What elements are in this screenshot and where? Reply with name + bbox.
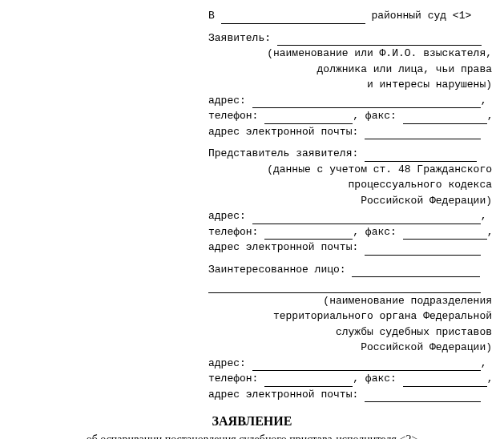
applicant-label: Заявитель: xyxy=(208,32,271,44)
applicant-email-blank[interactable] xyxy=(365,128,481,139)
applicant-phone-line: телефон: , факс: , xyxy=(208,108,492,124)
applicant-note-1: (наименование или Ф.И.О. взыскателя, xyxy=(208,46,492,62)
court-line: В районный суд <1> xyxy=(208,8,492,24)
interested-fax-blank[interactable] xyxy=(403,376,487,387)
interested-address-label: адрес: xyxy=(208,357,246,369)
applicant-address-label: адрес: xyxy=(208,95,246,107)
representative-email-line: адрес электронной почты: xyxy=(208,240,492,256)
representative-address-blank[interactable] xyxy=(252,213,481,224)
representative-line: Представитель заявителя: xyxy=(208,146,492,162)
interested-note-2: территориального органа Федеральной xyxy=(208,308,492,324)
interested-label: Заинтересованное лицо: xyxy=(208,264,346,276)
interested-note-1: (наименование подразделения xyxy=(208,293,492,309)
applicant-note-3: и интересы нарушены) xyxy=(208,77,492,93)
applicant-fax-label: , факс: xyxy=(353,110,397,122)
interested-blank[interactable] xyxy=(352,266,480,277)
representative-note-3: Российской Федерации) xyxy=(208,193,492,209)
interested-note-4: Российской Федерации) xyxy=(208,340,492,356)
interested-line: Заинтересованное лицо: xyxy=(208,262,492,278)
interested-address-blank[interactable] xyxy=(252,360,481,371)
court-blank[interactable] xyxy=(221,13,365,24)
doc-subtitle: об оспаривании постановления судебного п… xyxy=(12,431,492,439)
to-prefix: В xyxy=(208,10,215,22)
representative-fax-blank[interactable] xyxy=(403,228,487,240)
interested-phone-blank[interactable] xyxy=(264,376,353,387)
interested-fax-label: , факс: xyxy=(353,373,397,385)
interested-email-blank[interactable] xyxy=(365,391,481,402)
applicant-address-line: адрес: , xyxy=(208,93,492,109)
interested-address-line: адрес: , xyxy=(208,356,492,372)
representative-fax-label: , факс: xyxy=(353,226,397,238)
interested-email-label: адрес электронной почты: xyxy=(208,389,358,401)
applicant-email-line: адрес электронной почты: xyxy=(208,124,492,140)
applicant-blank[interactable] xyxy=(277,34,482,46)
applicant-phone-blank[interactable] xyxy=(264,113,353,124)
doc-title: ЗАЯВЛЕНИЕ xyxy=(12,412,492,431)
representative-note-2: процессуального кодекса xyxy=(208,177,492,193)
interested-blank-2[interactable] xyxy=(208,282,481,293)
applicant-email-label: адрес электронной почты: xyxy=(208,126,358,138)
representative-phone-label: телефон: xyxy=(208,226,258,238)
applicant-line: Заявитель: xyxy=(208,30,492,46)
representative-phone-blank[interactable] xyxy=(264,228,353,240)
applicant-fax-blank[interactable] xyxy=(403,113,487,124)
representative-email-blank[interactable] xyxy=(365,244,481,256)
representative-blank[interactable] xyxy=(365,151,477,162)
representative-label: Представитель заявителя: xyxy=(208,147,358,159)
interested-phone-line: телефон: , факс: , xyxy=(208,371,492,387)
representative-address-line: адрес: , xyxy=(208,208,492,224)
representative-note-1: (данные с учетом ст. 48 Гражданского xyxy=(208,162,492,178)
to-suffix: районный суд <1> xyxy=(371,10,471,22)
applicant-note-2: должника или лица, чьи права xyxy=(208,62,492,78)
applicant-address-blank[interactable] xyxy=(252,97,481,108)
interested-note-3: службы судебных приставов xyxy=(208,324,492,340)
representative-phone-line: телефон: , факс: , xyxy=(208,224,492,240)
applicant-phone-label: телефон: xyxy=(208,110,258,122)
representative-email-label: адрес электронной почты: xyxy=(208,241,358,253)
interested-email-line: адрес электронной почты: xyxy=(208,387,492,403)
representative-address-label: адрес: xyxy=(208,210,246,222)
interested-phone-label: телефон: xyxy=(208,373,258,385)
